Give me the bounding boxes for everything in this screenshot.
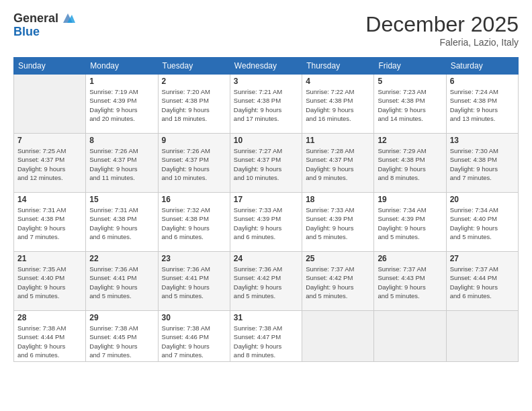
day-info: Sunrise: 7:34 AMSunset: 4:39 PMDaylight:… xyxy=(378,205,442,241)
day-number: 31 xyxy=(234,313,298,322)
day-number: 4 xyxy=(306,77,370,86)
week-row-2: 7Sunrise: 7:25 AMSunset: 4:37 PMDaylight… xyxy=(14,134,519,193)
table-cell: 6Sunrise: 7:24 AMSunset: 4:38 PMDaylight… xyxy=(446,75,518,134)
header-friday: Friday xyxy=(374,58,446,75)
day-number: 17 xyxy=(234,195,298,204)
table-cell: 31Sunrise: 7:38 AMSunset: 4:47 PMDayligh… xyxy=(230,311,302,362)
day-info: Sunrise: 7:38 AMSunset: 4:45 PMDaylight:… xyxy=(89,324,154,359)
day-number: 11 xyxy=(306,136,370,145)
day-info: Sunrise: 7:21 AMSunset: 4:38 PMDaylight:… xyxy=(234,87,298,123)
day-number: 23 xyxy=(162,254,226,263)
table-cell: 17Sunrise: 7:33 AMSunset: 4:39 PMDayligh… xyxy=(230,193,302,252)
day-info: Sunrise: 7:37 AMSunset: 4:43 PMDaylight:… xyxy=(378,265,442,300)
table-cell: 27Sunrise: 7:37 AMSunset: 4:44 PMDayligh… xyxy=(446,252,518,311)
day-number: 16 xyxy=(162,195,226,204)
table-cell: 16Sunrise: 7:32 AMSunset: 4:38 PMDayligh… xyxy=(158,193,230,252)
table-cell: 20Sunrise: 7:34 AMSunset: 4:40 PMDayligh… xyxy=(446,193,518,252)
table-cell: 8Sunrise: 7:26 AMSunset: 4:37 PMDaylight… xyxy=(86,134,158,193)
logo-blue: Blue xyxy=(13,26,75,39)
table-cell: 24Sunrise: 7:36 AMSunset: 4:42 PMDayligh… xyxy=(230,252,302,311)
header-saturday: Saturday xyxy=(446,58,518,75)
logo-text: General Blue xyxy=(13,12,75,39)
table-cell: 10Sunrise: 7:27 AMSunset: 4:37 PMDayligh… xyxy=(230,134,302,193)
day-info: Sunrise: 7:33 AMSunset: 4:39 PMDaylight:… xyxy=(234,205,298,241)
table-cell xyxy=(374,311,446,362)
day-info: Sunrise: 7:32 AMSunset: 4:38 PMDaylight:… xyxy=(162,205,226,241)
header-tuesday: Tuesday xyxy=(158,58,230,75)
day-number: 22 xyxy=(89,254,154,263)
day-info: Sunrise: 7:24 AMSunset: 4:38 PMDaylight:… xyxy=(450,87,515,123)
header-sunday: Sunday xyxy=(14,58,86,75)
table-cell: 28Sunrise: 7:38 AMSunset: 4:44 PMDayligh… xyxy=(14,311,86,362)
day-number: 18 xyxy=(306,195,370,204)
calendar-table: Sunday Monday Tuesday Wednesday Thursday… xyxy=(13,57,519,362)
table-cell: 14Sunrise: 7:31 AMSunset: 4:38 PMDayligh… xyxy=(14,193,86,252)
day-number: 12 xyxy=(378,136,442,145)
header-wednesday: Wednesday xyxy=(230,58,302,75)
weekday-header-row: Sunday Monday Tuesday Wednesday Thursday… xyxy=(14,58,519,75)
table-cell: 26Sunrise: 7:37 AMSunset: 4:43 PMDayligh… xyxy=(374,252,446,311)
logo-icon xyxy=(60,11,75,26)
day-number: 10 xyxy=(234,136,298,145)
table-cell: 11Sunrise: 7:28 AMSunset: 4:37 PMDayligh… xyxy=(302,134,374,193)
day-info: Sunrise: 7:25 AMSunset: 4:37 PMDaylight:… xyxy=(17,146,82,182)
day-number: 1 xyxy=(89,77,154,86)
day-info: Sunrise: 7:36 AMSunset: 4:41 PMDaylight:… xyxy=(89,265,154,300)
day-info: Sunrise: 7:36 AMSunset: 4:41 PMDaylight:… xyxy=(162,265,226,300)
header: General Blue December 2025 Faleria, Lazi… xyxy=(13,12,519,48)
day-number: 14 xyxy=(17,195,82,204)
table-cell: 15Sunrise: 7:31 AMSunset: 4:38 PMDayligh… xyxy=(86,193,158,252)
day-info: Sunrise: 7:37 AMSunset: 4:42 PMDaylight:… xyxy=(306,265,370,300)
table-cell: 7Sunrise: 7:25 AMSunset: 4:37 PMDaylight… xyxy=(14,134,86,193)
table-cell xyxy=(446,311,518,362)
day-info: Sunrise: 7:36 AMSunset: 4:42 PMDaylight:… xyxy=(234,265,298,300)
table-cell: 22Sunrise: 7:36 AMSunset: 4:41 PMDayligh… xyxy=(86,252,158,311)
table-cell: 12Sunrise: 7:29 AMSunset: 4:38 PMDayligh… xyxy=(374,134,446,193)
day-info: Sunrise: 7:38 AMSunset: 4:44 PMDaylight:… xyxy=(17,324,82,359)
day-number: 27 xyxy=(450,254,515,263)
table-cell: 13Sunrise: 7:30 AMSunset: 4:38 PMDayligh… xyxy=(446,134,518,193)
day-info: Sunrise: 7:33 AMSunset: 4:39 PMDaylight:… xyxy=(306,205,370,241)
day-info: Sunrise: 7:31 AMSunset: 4:38 PMDaylight:… xyxy=(17,205,82,241)
day-info: Sunrise: 7:34 AMSunset: 4:40 PMDaylight:… xyxy=(450,205,515,241)
day-info: Sunrise: 7:35 AMSunset: 4:40 PMDaylight:… xyxy=(17,265,82,300)
day-number: 29 xyxy=(89,313,154,322)
table-cell: 30Sunrise: 7:38 AMSunset: 4:46 PMDayligh… xyxy=(158,311,230,362)
week-row-1: 1Sunrise: 7:19 AMSunset: 4:39 PMDaylight… xyxy=(14,75,519,134)
day-info: Sunrise: 7:30 AMSunset: 4:38 PMDaylight:… xyxy=(450,146,515,182)
table-cell xyxy=(14,75,86,134)
day-number: 21 xyxy=(17,254,82,263)
logo-general: General xyxy=(13,12,58,26)
day-info: Sunrise: 7:22 AMSunset: 4:38 PMDaylight:… xyxy=(306,87,370,123)
table-cell: 9Sunrise: 7:26 AMSunset: 4:37 PMDaylight… xyxy=(158,134,230,193)
table-cell: 2Sunrise: 7:20 AMSunset: 4:38 PMDaylight… xyxy=(158,75,230,134)
day-info: Sunrise: 7:19 AMSunset: 4:39 PMDaylight:… xyxy=(89,87,154,123)
day-number: 24 xyxy=(234,254,298,263)
table-cell: 25Sunrise: 7:37 AMSunset: 4:42 PMDayligh… xyxy=(302,252,374,311)
day-number: 9 xyxy=(162,136,226,145)
table-cell: 21Sunrise: 7:35 AMSunset: 4:40 PMDayligh… xyxy=(14,252,86,311)
header-thursday: Thursday xyxy=(302,58,374,75)
day-number: 15 xyxy=(89,195,154,204)
day-info: Sunrise: 7:26 AMSunset: 4:37 PMDaylight:… xyxy=(89,146,154,182)
day-number: 2 xyxy=(162,77,226,86)
header-monday: Monday xyxy=(86,58,158,75)
table-cell: 23Sunrise: 7:36 AMSunset: 4:41 PMDayligh… xyxy=(158,252,230,311)
calendar-page: General Blue December 2025 Faleria, Lazi… xyxy=(0,0,532,411)
day-info: Sunrise: 7:37 AMSunset: 4:44 PMDaylight:… xyxy=(450,265,515,300)
day-info: Sunrise: 7:27 AMSunset: 4:37 PMDaylight:… xyxy=(234,146,298,182)
day-info: Sunrise: 7:38 AMSunset: 4:47 PMDaylight:… xyxy=(234,324,298,359)
table-cell: 1Sunrise: 7:19 AMSunset: 4:39 PMDaylight… xyxy=(86,75,158,134)
day-info: Sunrise: 7:28 AMSunset: 4:37 PMDaylight:… xyxy=(306,146,370,182)
day-number: 28 xyxy=(17,313,82,322)
table-cell: 19Sunrise: 7:34 AMSunset: 4:39 PMDayligh… xyxy=(374,193,446,252)
location: Faleria, Lazio, Italy xyxy=(365,37,519,48)
table-cell xyxy=(302,311,374,362)
day-number: 13 xyxy=(450,136,515,145)
day-number: 20 xyxy=(450,195,515,204)
day-number: 7 xyxy=(17,136,82,145)
day-number: 5 xyxy=(378,77,442,86)
day-info: Sunrise: 7:26 AMSunset: 4:37 PMDaylight:… xyxy=(162,146,226,182)
week-row-3: 14Sunrise: 7:31 AMSunset: 4:38 PMDayligh… xyxy=(14,193,519,252)
day-number: 25 xyxy=(306,254,370,263)
